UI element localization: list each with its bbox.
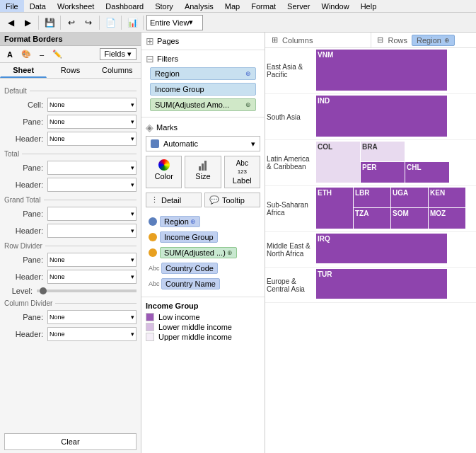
toolbar-chart[interactable]: 📊 [124,15,140,30]
view-dropdown-label: Entire View [150,18,189,27]
menu-help[interactable]: Help [355,0,383,12]
cell-tza[interactable]: TZA [354,208,390,229]
mark-region-field[interactable]: Region ⊕ [160,216,200,227]
filters-icon: ⊟ [146,53,154,64]
cell-col[interactable]: COL [316,142,360,183]
cell-chl[interactable]: CHL [405,162,449,183]
menu-story[interactable]: Story [149,0,179,12]
pane-select-default[interactable]: None ▾ [47,115,137,129]
filters-label: Filters [157,55,178,63]
cell-tur[interactable]: TUR [316,269,447,299]
detail-label: Detail [161,196,181,205]
header-select-default[interactable]: None ▾ [47,132,137,146]
pane-select-gt[interactable]: ▾ [47,207,137,221]
mark-cc-field[interactable]: Country Code [161,263,218,274]
cell-lbr[interactable]: LBR [354,188,390,207]
region-middle-east-cells: IRQ [315,232,476,267]
toolbar-undo[interactable]: ↩ [64,15,79,30]
filter-chip-sum[interactable]: SUM(Adjusted Amo... ⊕ [150,98,256,111]
cell-moz[interactable]: MOZ [429,208,465,229]
section-total: Total [4,150,137,158]
rows-chip[interactable]: Region ⊕ [412,35,455,46]
menu-map[interactable]: Map [219,0,245,12]
header-select-cd[interactable]: None ▾ [47,327,137,341]
detail-btn[interactable]: ⋮ Detail [146,193,202,207]
header-select-gt[interactable]: ▾ [47,224,137,238]
font-a-btn[interactable]: A [4,49,16,60]
filter-chip-region[interactable]: Region ⊕ [150,67,256,80]
region-europe-cells: TUR [315,268,476,302]
marks-color-btn[interactable]: Color [146,156,182,188]
pane-arrow-rd: ▾ [131,256,134,263]
rows-sort-icon: ⊕ [444,37,450,44]
cell-irq[interactable]: IRQ [316,234,447,263]
mark-sum: SUM(Adjusted ...) ⊕ [146,246,260,260]
toolbar-new-sheet[interactable]: 📄 [103,15,118,30]
menu-dashboard[interactable]: Dashboard [100,0,149,12]
menu-data[interactable]: Data [24,0,52,12]
tooltip-label: Tooltip [222,196,245,205]
mark-income-field[interactable]: Income Group [160,231,218,243]
cell-bra[interactable]: BRA [361,142,405,161]
clear-button[interactable]: Clear [4,433,137,450]
pane-select-cd[interactable]: None ▾ [47,310,137,324]
pane-select-total[interactable]: ▾ [47,161,137,175]
pages-icon: ⊞ [146,35,154,47]
color-btn[interactable]: 🎨 [18,48,34,60]
tab-rows[interactable]: Rows [47,63,93,78]
header-arrow-cd: ▾ [131,331,134,338]
toolbar-forward[interactable]: ▶ [20,15,35,30]
menu-file[interactable]: File [0,0,24,12]
header-value-default: None [50,135,65,142]
dash-btn[interactable]: – [37,49,47,60]
cell-vnm[interactable]: VNM [316,50,447,91]
region-south-asia: South Asia IND [265,94,476,140]
mark-region-icon [149,217,157,226]
marks-type-dropdown[interactable]: Automatic ▾ [146,136,260,151]
cell-eth[interactable]: ETH [316,188,353,229]
marks-type-arrow: ▾ [251,139,255,149]
menu-worksheet[interactable]: Worksheet [52,0,100,12]
pane-select-rd[interactable]: None ▾ [47,253,137,267]
tab-columns[interactable]: Columns [94,63,141,78]
menu-window[interactable]: Window [316,0,355,12]
marks-size-btn[interactable]: Size [185,156,221,188]
pane-label-rd: Pane: [4,256,43,264]
filter-sum-label: SUM(Adjusted Amo... [155,101,229,109]
cell-uga[interactable]: UGA [391,188,428,207]
cell-per[interactable]: PER [361,162,405,183]
menu-format[interactable]: Format [245,0,281,12]
cell-select[interactable]: None ▾ [47,98,137,112]
filter-chip-income[interactable]: Income Group [150,83,256,96]
tooltip-btn[interactable]: 💬 Tooltip [204,193,260,207]
toolbar-back[interactable]: ◀ [3,15,18,30]
mark-region-label: Region [164,217,189,226]
toolbar-redo[interactable]: ↪ [81,15,96,30]
marks-label-btn[interactable]: Abc123 Label [224,156,260,188]
toolbar-sep-2 [60,16,61,30]
header-select-total[interactable]: ▾ [47,178,137,192]
tab-sheet[interactable]: Sheet [0,63,47,78]
header-row-gt: Header: ▾ [4,224,137,238]
header-label-cd: Header: [4,330,43,338]
level-label: Level: [4,287,33,295]
menu-server[interactable]: Server [281,0,315,12]
rows-icon: ⊟ [376,37,385,44]
cell-ind[interactable]: IND [316,96,447,137]
view-dropdown[interactable]: Entire View ▾ [146,15,203,30]
pencil-btn[interactable]: ✏️ [50,48,65,60]
cell-ken[interactable]: KEN [429,188,465,207]
header-row-total: Header: ▾ [4,178,137,192]
fields-dropdown[interactable]: Fields ▾ [100,48,137,60]
header-label-total: Header: [4,180,43,189]
legend-label-low: Low income [158,313,200,321]
mark-cn-field[interactable]: Country Name [161,278,220,289]
header-arrow-gt: ▾ [131,227,134,234]
header-select-rd[interactable]: None ▾ [47,270,137,284]
toolbar-save[interactable]: 💾 [42,15,57,30]
menu-analysis[interactable]: Analysis [179,0,219,12]
mark-sum-field[interactable]: SUM(Adjusted ...) ⊕ [160,247,237,258]
cell-som[interactable]: SOM [391,208,428,229]
middle-panel: ⊞ Pages ⊟ Filters Region ⊕ Income Group [141,33,265,453]
level-slider[interactable] [37,289,137,292]
